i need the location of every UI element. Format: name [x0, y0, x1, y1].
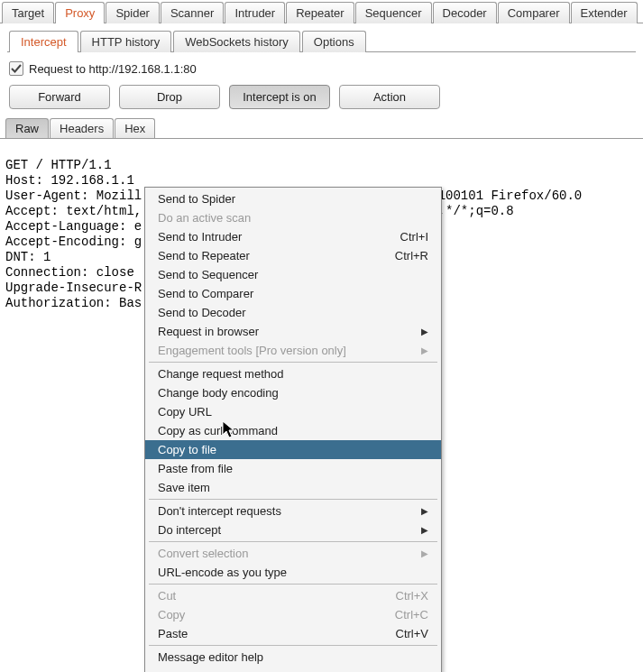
menu-separator	[149, 541, 437, 542]
sub-tab-row: Intercept HTTP history WebSockets histor…	[0, 23, 643, 52]
menu-separator	[149, 584, 437, 585]
menu-url-encode[interactable]: URL-encode as you type	[145, 563, 441, 582]
tab-decoder[interactable]: Decoder	[433, 2, 497, 23]
shortcut: Ctrl+V	[396, 627, 428, 640]
menu-copy-curl[interactable]: Copy as curl command	[145, 421, 441, 440]
sub-tab-options[interactable]: Options	[302, 31, 366, 52]
lower-tab-headers[interactable]: Headers	[50, 118, 114, 138]
tab-comparer[interactable]: Comparer	[498, 2, 570, 23]
raw-line: Authorization: Bas	[5, 296, 142, 310]
request-label: Request to http://192.168.1.1:80	[29, 62, 197, 76]
drop-button[interactable]: Drop	[119, 85, 220, 109]
raw-line: User-Agent: Mozill	[5, 189, 142, 203]
tab-scanner[interactable]: Scanner	[161, 2, 224, 23]
shortcut: Ctrl+I	[400, 230, 428, 244]
top-tab-row: Target Proxy Spider Scanner Intruder Rep…	[0, 0, 643, 23]
menu-request-browser[interactable]: Request in browser▶	[145, 322, 441, 341]
lower-tab-row: Raw Headers Hex	[0, 118, 643, 139]
submenu-arrow-icon: ▶	[421, 327, 428, 336]
menu-separator	[149, 645, 437, 646]
intercept-toggle-button[interactable]: Intercept is on	[229, 85, 330, 109]
menu-separator	[149, 499, 437, 500]
raw-line: Accept-Encoding: g	[5, 235, 142, 249]
lower-tab-raw[interactable]: Raw	[5, 118, 49, 138]
menu-send-decoder[interactable]: Send to Decoder	[145, 303, 441, 322]
menu-copy-to-file[interactable]: Copy to file	[145, 440, 441, 459]
raw-line: Upgrade-Insecure-R	[5, 281, 142, 295]
menu-cut: CutCtrl+X	[145, 586, 441, 605]
tab-sequencer[interactable]: Sequencer	[355, 2, 432, 23]
menu-send-spider[interactable]: Send to Spider	[145, 189, 441, 208]
shortcut: Ctrl+C	[395, 608, 428, 621]
menu-proxy-interception-help[interactable]: Proxy interception help	[145, 667, 441, 672]
shortcut: Ctrl+R	[395, 249, 428, 262]
shortcut: Ctrl+X	[396, 589, 428, 603]
submenu-arrow-icon: ▶	[421, 506, 428, 516]
tab-target[interactable]: Target	[2, 2, 54, 23]
raw-line: Host: 192.168.1.1	[5, 173, 134, 188]
menu-copy: CopyCtrl+C	[145, 605, 441, 624]
menu-paste[interactable]: PasteCtrl+V	[145, 624, 441, 643]
lower-tab-hex[interactable]: Hex	[115, 118, 155, 138]
sub-tab-websockets-history[interactable]: WebSockets history	[173, 31, 300, 52]
submenu-arrow-icon: ▶	[421, 548, 428, 558]
menu-save-item[interactable]: Save item	[145, 478, 441, 497]
raw-line: Connection: close	[5, 265, 134, 280]
tab-extender[interactable]: Extender	[571, 2, 638, 23]
request-label-row: Request to http://192.168.1.1:80	[0, 52, 643, 81]
menu-change-method[interactable]: Change request method	[145, 364, 441, 383]
tab-proxy[interactable]: Proxy	[55, 2, 105, 23]
sub-tab-http-history[interactable]: HTTP history	[80, 31, 172, 52]
action-row: Forward Drop Intercept is on Action	[0, 81, 643, 118]
raw-line: GET / HTTP/1.1	[5, 158, 112, 172]
tab-intruder[interactable]: Intruder	[225, 2, 285, 23]
raw-line: 0100101 Firefox/60.0	[430, 189, 582, 203]
action-button[interactable]: Action	[339, 85, 440, 109]
tab-spider[interactable]: Spider	[106, 2, 160, 23]
tab-repeater[interactable]: Repeater	[286, 2, 354, 23]
menu-message-editor-help[interactable]: Message editor help	[145, 648, 441, 667]
raw-line: Accept: text/html,	[5, 204, 142, 218]
request-checkbox[interactable]	[9, 61, 23, 76]
submenu-arrow-icon: ▶	[421, 345, 428, 355]
raw-line: Accept-Language: e	[5, 219, 142, 234]
menu-copy-url[interactable]: Copy URL	[145, 402, 441, 421]
menu-paste-from-file[interactable]: Paste from file	[145, 459, 441, 478]
menu-convert-selection: Convert selection▶	[145, 544, 441, 563]
forward-button[interactable]: Forward	[9, 85, 110, 109]
submenu-arrow-icon: ▶	[421, 525, 428, 535]
menu-send-intruder[interactable]: Send to IntruderCtrl+I	[145, 227, 441, 246]
menu-send-comparer[interactable]: Send to Comparer	[145, 284, 441, 303]
menu-do-intercept[interactable]: Do intercept▶	[145, 520, 441, 539]
menu-engagement-tools: Engagement tools [Pro version only]▶	[145, 341, 441, 360]
menu-active-scan: Do an active scan	[145, 208, 441, 227]
context-menu: Send to Spider Do an active scan Send to…	[144, 187, 442, 672]
menu-change-body[interactable]: Change body encoding	[145, 383, 441, 402]
raw-line: DNT: 1	[5, 250, 51, 264]
raw-line: 9,*/*;q=0.8	[430, 204, 513, 218]
menu-send-sequencer[interactable]: Send to Sequencer	[145, 265, 441, 284]
menu-dont-intercept[interactable]: Don't intercept requests▶	[145, 502, 441, 520]
sub-tab-intercept[interactable]: Intercept	[9, 31, 78, 52]
menu-send-repeater[interactable]: Send to RepeaterCtrl+R	[145, 246, 441, 265]
menu-separator	[149, 362, 437, 363]
